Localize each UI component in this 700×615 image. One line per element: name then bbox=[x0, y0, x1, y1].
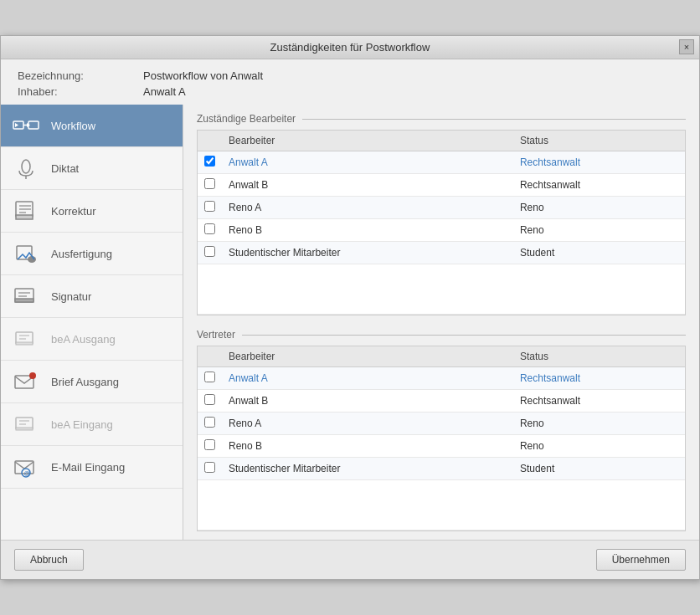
row-checkbox[interactable] bbox=[204, 417, 215, 428]
svg-rect-19 bbox=[16, 342, 33, 345]
row-checkbox[interactable] bbox=[204, 372, 215, 382]
signatur-icon bbox=[11, 284, 41, 309]
sidebar-label-workflow: Workflow bbox=[51, 120, 95, 132]
sidebar-item-email-eingang[interactable]: @ E-Mail Eingang bbox=[1, 446, 183, 489]
svg-text:@: @ bbox=[24, 470, 30, 476]
sidebar-label-email-eingang: E-Mail Eingang bbox=[51, 461, 125, 474]
checkbox-cell[interactable] bbox=[198, 413, 222, 435]
empty-space bbox=[198, 480, 685, 530]
checkbox-cell[interactable] bbox=[198, 367, 222, 390]
status-cell: Reno bbox=[513, 197, 685, 219]
row-checkbox[interactable] bbox=[204, 223, 215, 234]
workflow-icon bbox=[11, 113, 41, 138]
bea-eingang-icon bbox=[11, 412, 41, 437]
status-cell: Reno bbox=[513, 219, 685, 242]
korrektur-icon bbox=[11, 198, 41, 223]
vertreter-label: Vertreter bbox=[197, 329, 235, 341]
bearbeiter-cell: Studentischer Mitarbeiter bbox=[222, 242, 513, 264]
sidebar-item-bea-eingang: beA Eingang bbox=[1, 403, 183, 446]
status-cell: Student bbox=[513, 458, 685, 480]
zustaendige-bearbeiter-header: Bearbeiter bbox=[222, 131, 513, 151]
zustaendige-table-container: Bearbeiter Status Anwalt A Rechtsanwalt … bbox=[197, 130, 686, 315]
close-button[interactable]: × bbox=[679, 39, 694, 54]
dialog-title: Zuständigkeiten für Postworkflow bbox=[270, 41, 430, 54]
sidebar-item-workflow[interactable]: Workflow bbox=[1, 105, 183, 147]
row-checkbox[interactable] bbox=[204, 394, 215, 405]
bearbeiter-cell: Reno A bbox=[222, 413, 513, 435]
title-bar: Zuständigkeiten für Postworkflow × bbox=[1, 36, 699, 59]
header-section: Bezeichnung: Postworkflow von Anwalt Inh… bbox=[1, 59, 699, 105]
brief-ausgang-icon bbox=[11, 369, 41, 394]
checkbox-cell[interactable] bbox=[198, 242, 222, 264]
svg-rect-25 bbox=[16, 428, 33, 430]
empty-space bbox=[198, 264, 685, 315]
sidebar-label-diktat: Diktat bbox=[51, 162, 79, 175]
sidebar-item-brief-ausgang[interactable]: Brief Ausgang bbox=[1, 361, 183, 403]
table-row: Anwalt A Rechtsanwalt bbox=[198, 367, 685, 390]
ausfertigung-icon bbox=[11, 241, 41, 266]
bearbeiter-cell: Reno B bbox=[222, 219, 513, 242]
row-checkbox[interactable] bbox=[204, 178, 215, 189]
bearbeiter-cell: Studentischer Mitarbeiter bbox=[222, 458, 513, 480]
row-checkbox[interactable] bbox=[204, 462, 215, 473]
vertreter-section: Vertreter Bearbeiter Status bbox=[197, 329, 686, 531]
bezeichnung-value: Postworkflow von Anwalt bbox=[143, 69, 263, 82]
sidebar-item-diktat[interactable]: Diktat bbox=[1, 147, 183, 190]
vertreter-header: Vertreter bbox=[197, 329, 686, 341]
row-checkbox[interactable] bbox=[204, 156, 215, 167]
svg-rect-15 bbox=[15, 299, 33, 302]
table-row: Studentischer Mitarbeiter Student bbox=[198, 458, 685, 480]
checkbox-cell[interactable] bbox=[198, 219, 222, 242]
zustaendige-cb-header bbox=[198, 131, 222, 151]
checkbox-cell[interactable] bbox=[198, 151, 222, 174]
inhaber-label: Inhaber: bbox=[18, 85, 135, 98]
table-row: Reno A Reno bbox=[198, 197, 685, 219]
email-eingang-icon: @ bbox=[11, 454, 41, 479]
checkbox-cell[interactable] bbox=[198, 458, 222, 480]
bezeichnung-row: Bezeichnung: Postworkflow von Anwalt bbox=[18, 69, 682, 82]
status-cell: Student bbox=[513, 242, 685, 264]
checkbox-cell[interactable] bbox=[198, 174, 222, 197]
dialog: Zuständigkeiten für Postworkflow × Bezei… bbox=[0, 35, 700, 580]
sidebar-item-ausfertigung[interactable]: Ausfertigung bbox=[1, 233, 183, 275]
sidebar-item-korrektur[interactable]: Korrektur bbox=[1, 190, 183, 233]
apply-button[interactable]: Übernehmen bbox=[596, 549, 686, 571]
status-cell: Rechtsanwalt bbox=[513, 390, 685, 413]
row-checkbox[interactable] bbox=[204, 439, 215, 450]
status-cell: Rechtsanwalt bbox=[513, 174, 685, 197]
row-checkbox[interactable] bbox=[204, 201, 215, 212]
bearbeiter-cell: Reno A bbox=[222, 197, 513, 219]
bearbeiter-cell: Anwalt A bbox=[222, 367, 513, 390]
zustaendige-header: Zuständige Bearbeiter bbox=[197, 113, 686, 125]
checkbox-cell[interactable] bbox=[198, 197, 222, 219]
sidebar: Workflow Diktat bbox=[1, 105, 183, 540]
inhaber-value: Anwalt A bbox=[143, 85, 186, 98]
bea-ausgang-icon bbox=[11, 326, 41, 351]
sidebar-label-bea-ausgang: beA Ausgang bbox=[51, 333, 116, 346]
zustaendige-header-row: Bearbeiter Status bbox=[198, 131, 685, 151]
right-panel: Zuständige Bearbeiter Bearbeiter Status bbox=[183, 105, 699, 540]
footer: Abbruch Übernehmen bbox=[1, 540, 699, 579]
svg-marker-4 bbox=[15, 123, 18, 127]
diktat-icon bbox=[11, 156, 41, 181]
vertreter-table: Bearbeiter Status Anwalt A Rechtsanwalt … bbox=[198, 346, 685, 530]
bearbeiter-cell: Anwalt B bbox=[222, 390, 513, 413]
bezeichnung-label: Bezeichnung: bbox=[18, 69, 135, 82]
sidebar-label-korrektur: Korrektur bbox=[51, 205, 95, 218]
inhaber-row: Inhaber: Anwalt A bbox=[18, 85, 682, 98]
vertreter-cb-header bbox=[198, 346, 222, 367]
bearbeiter-cell: Reno B bbox=[222, 435, 513, 458]
table-row: Reno B Reno bbox=[198, 435, 685, 458]
sidebar-item-signatur[interactable]: Signatur bbox=[1, 275, 183, 318]
checkbox-cell[interactable] bbox=[198, 435, 222, 458]
status-cell: Reno bbox=[513, 435, 685, 458]
vertreter-bearbeiter-header: Bearbeiter bbox=[222, 346, 513, 367]
row-checkbox[interactable] bbox=[204, 246, 215, 257]
status-cell: Reno bbox=[513, 413, 685, 435]
checkbox-cell[interactable] bbox=[198, 390, 222, 413]
sidebar-label-bea-eingang: beA Eingang bbox=[51, 418, 113, 431]
main-content: Workflow Diktat bbox=[1, 105, 699, 540]
table-row: Studentischer Mitarbeiter Student bbox=[198, 242, 685, 264]
cancel-button[interactable]: Abbruch bbox=[14, 549, 84, 571]
vertreter-header-row: Bearbeiter Status bbox=[198, 346, 685, 367]
